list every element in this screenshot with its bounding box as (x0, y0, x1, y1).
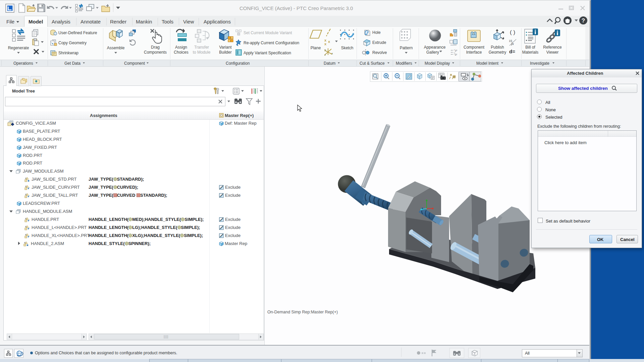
svg-text:y: y (324, 48, 326, 51)
svg-text:x: x (324, 42, 327, 46)
svg-text:?: ? (582, 17, 585, 24)
svg-text:x: x (328, 40, 330, 44)
svg-text:z: z (324, 53, 326, 56)
svg-text:x³: x³ (455, 49, 457, 52)
svg-text:x: x (331, 52, 333, 55)
svg-text:x²: x² (455, 53, 457, 56)
